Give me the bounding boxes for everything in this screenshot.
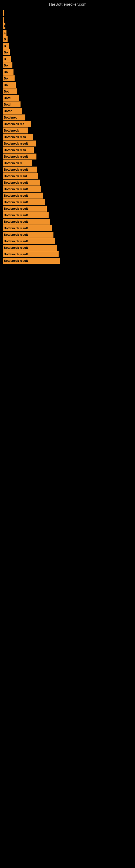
bar-label: Bottleneck result [4,214,28,217]
bar-item: Bottleneck result [3,193,43,198]
bar-row: Bottleneck resu [3,147,135,153]
bar-label: Bottleneck result [4,200,28,204]
bar-item: Bottle [3,108,22,114]
bar-item: Bottleneck resul [3,173,38,179]
bar-label: Bottlenec [4,116,17,119]
bar-label: Bottleneck result [4,226,28,230]
bar-label: Bottleneck [4,129,19,132]
bar-label: E [4,25,5,28]
bar-label: B [4,38,6,41]
bar-label: Bottleneck resul [4,175,27,178]
bar-row: Bottleneck result [3,231,135,238]
bar-label: Bottleneck result [4,252,28,256]
bar-row: E [3,23,135,29]
bar-label: Bottleneck result [4,187,28,191]
bar-item: Bottleneck result [3,141,36,147]
bar-row: Bottleneck result [3,186,135,192]
bar-row: Bottlenec [3,115,135,120]
bar-item: Bo [3,50,10,55]
bar-row: Bo [3,82,135,88]
bar-row: Bottleneck result [3,245,135,251]
bar-item: Bottleneck result [3,258,60,264]
bar-label: Bottleneck result [4,155,28,158]
bar-label: Bottleneck result [4,246,28,249]
bar-label: E [4,31,6,34]
bar-label: Bot [4,90,9,93]
bar-item: Bot [3,88,17,94]
bar-label: Bottleneck result [4,220,28,223]
bar-row: Bottleneck result [3,206,135,212]
bar-row: Bottleneck result [3,251,135,257]
bar-item: B [3,43,9,49]
bar-label: Bottleneck re [4,161,23,165]
bar-item: Bottl [3,95,19,101]
bar-label: Bo [4,64,8,67]
site-title-container: TheBottlenecker.com [0,0,135,8]
bar-row: Bo [3,75,135,82]
bar-row: Bottl [3,95,135,101]
bar-label: Bottl [4,103,10,106]
bar-label: B [4,44,6,48]
bar-row [3,17,135,23]
bar-item: Bottleneck result [3,186,41,192]
bar-item: Bottleneck result [3,206,47,212]
bar-row: Bottleneck result [3,154,135,159]
bar-item: Bottleneck result [3,231,53,238]
bar-row: Bottleneck result [3,180,135,186]
bar-row: Bottleneck result [3,258,135,264]
bar-item: Bottleneck result [3,199,45,205]
bar-label: Bottleneck result [4,142,28,145]
bar-row: Bottleneck resu [3,134,135,140]
bar-label: Bottleneck result [4,233,28,236]
bar-row: Bottleneck re [3,160,135,166]
bar-row: Bottleneck res [3,121,135,127]
bar-item: Bottlenec [3,115,26,120]
bar-item [3,17,4,23]
bar-item: Bottleneck result [3,154,37,159]
bar-row: B [3,43,135,49]
bar-item: Bottleneck resu [3,134,33,140]
bar-item: Bottleneck result [3,180,40,186]
bar-item: E [3,23,5,29]
bar-row: Bottleneck result [3,238,135,244]
bar-item: Bottleneck result [3,251,58,257]
bar-item: Bottleneck [3,127,28,133]
bar-item: Bottleneck result [3,166,37,173]
bar-label: Bo [4,77,8,80]
bar-row: Bottleneck result [3,199,135,205]
bar-label: Bottl [4,96,10,99]
bar-row: E [3,30,135,36]
bar-item: Bottleneck result [3,219,50,225]
bar-label: Bottleneck result [4,181,28,184]
bar-item: B [3,36,8,42]
bar-label: Bo [4,51,8,54]
bar-label: Bo [4,83,8,87]
bar-row: Bottleneck resul [3,173,135,179]
bar-item: Bottleneck res [3,121,31,127]
bar-item: Bottleneck resu [3,147,34,153]
bar-item: Bottleneck result [3,212,49,218]
bar-item: Bottleneck result [3,238,55,244]
bar-item: B [3,56,11,62]
bar-label: Bottle [4,109,12,113]
bar-row [3,10,135,16]
bar-row: Bottleneck result [3,219,135,225]
bar-row: B [3,56,135,62]
bar-label: B [4,57,6,61]
bar-label: Bottleneck result [4,194,28,197]
bar-label: Bottleneck res [4,122,24,126]
bar-row: Bottleneck result [3,141,135,147]
bar-item: Bottleneck result [3,245,57,251]
bar-row: Bottleneck result [3,225,135,231]
bar-row: Bottleneck result [3,193,135,198]
bar-row: Bot [3,88,135,94]
bar-row: B [3,36,135,42]
bar-row: Bottle [3,108,135,114]
bars-container: EEBBBoBBoBoBoBoBotBottlBottlBottleBottle… [0,8,135,264]
bar-item: Bottleneck re [3,160,32,166]
site-title: TheBottlenecker.com [0,0,135,8]
bar-item: Bo [3,69,13,75]
bar-label: Bo [4,70,8,73]
bar-item: Bo [3,62,12,68]
bar-row: Bo [3,62,135,68]
